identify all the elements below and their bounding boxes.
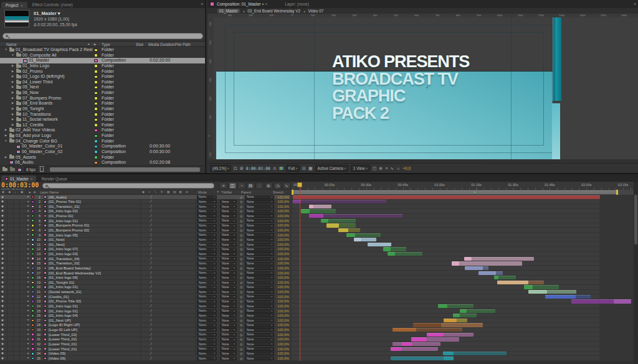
- trkmat-select[interactable]: None▾: [220, 266, 237, 270]
- collapse-switch-icon[interactable]: ◦: [143, 238, 144, 241]
- twirl-icon[interactable]: ▶: [27, 291, 29, 293]
- work-area-end-handle[interactable]: [616, 190, 618, 195]
- frame-blending-icon[interactable]: ▦: [167, 190, 169, 194]
- label-color-swatch[interactable]: [94, 107, 98, 111]
- twirl-icon[interactable]: ▶: [4, 133, 8, 139]
- collapse-switch-icon[interactable]: ◦: [143, 243, 144, 246]
- column-type[interactable]: Type: [102, 42, 110, 47]
- chevron-down-icon[interactable]: ▾: [262, 2, 264, 6]
- layer-duration-bar[interactable]: [438, 304, 447, 308]
- video-eye-icon[interactable]: ◉: [1, 333, 4, 336]
- video-eye-icon[interactable]: ◉: [1, 247, 4, 250]
- video-eye-icon[interactable]: ◉: [1, 285, 4, 288]
- twirl-icon[interactable]: ▶: [27, 233, 29, 236]
- layer-duration-bar[interactable]: [494, 276, 498, 279]
- frame-blending-icon[interactable]: ▤: [247, 182, 255, 189]
- video-eye-icon[interactable]: ◉: [2, 190, 4, 194]
- twirl-icon[interactable]: ▶: [27, 243, 29, 245]
- layer-row[interactable]: ◉▶24[01_Intro logo 01]◦╱Norm.▾None▾◎None…: [0, 304, 290, 309]
- layer-row[interactable]: ◉▶18[01_Intro logo 06]◦╱Norm.▾None▾◎None…: [0, 276, 290, 281]
- parent-pickwhip-icon[interactable]: ◎: [240, 223, 242, 227]
- trkmat-select[interactable]: None▾: [220, 276, 237, 279]
- layer-duration-bar[interactable]: [355, 233, 381, 237]
- quality-switch-icon[interactable]: ╱: [150, 271, 152, 274]
- quality-switch-icon[interactable]: ╱: [150, 266, 152, 269]
- parent-pickwhip-icon[interactable]: ◎: [240, 328, 242, 332]
- video-eye-icon[interactable]: ◉: [1, 347, 4, 350]
- layer-duration-bar[interactable]: [478, 271, 496, 275]
- layer-color-swatch[interactable]: [31, 210, 34, 213]
- layer-color-swatch[interactable]: [31, 324, 34, 327]
- layer-row[interactable]: ◉▶26[01_Intro logo 04]◦╱Norm.▾None▾◎None…: [0, 314, 290, 319]
- collapse-switch-icon[interactable]: ◦: [143, 262, 144, 265]
- collapse-switch-icon[interactable]: ◦: [143, 215, 144, 218]
- horizontal-scrollbar[interactable]: [50, 167, 200, 172]
- trkmat-select[interactable]: None▾: [220, 324, 237, 327]
- mode-select[interactable]: Norm.▾: [197, 233, 217, 237]
- parent-pickwhip-icon[interactable]: ◎: [240, 247, 242, 251]
- current-time-indicator-handle[interactable]: [297, 182, 302, 187]
- twirl-icon[interactable]: ▶: [11, 63, 15, 69]
- twirl-icon[interactable]: ▶: [27, 309, 29, 312]
- twirl-icon[interactable]: ▼: [4, 139, 8, 144]
- trkmat-select[interactable]: None▾: [220, 290, 237, 294]
- trkmat-select[interactable]: None▾: [220, 262, 237, 266]
- twirl-icon[interactable]: ▶: [4, 128, 8, 133]
- mode-select[interactable]: Norm.▾: [197, 205, 217, 208]
- timeline-search-input[interactable]: [42, 183, 214, 189]
- project-item[interactable]: 06_AudioComposition0:02:20:08: [0, 160, 205, 166]
- layer-duration-bar[interactable]: [444, 357, 454, 360]
- layer-duration-bar[interactable]: [416, 328, 462, 332]
- layer-duration-bar[interactable]: [498, 276, 516, 279]
- trkmat-select[interactable]: None▾: [220, 252, 237, 256]
- collapse-switch-icon[interactable]: ◦: [143, 352, 144, 355]
- layer-color-swatch[interactable]: [31, 219, 34, 222]
- project-item[interactable]: 01_MasterComposition0:02:20:00: [0, 58, 205, 63]
- hide-shy-layers-icon[interactable]: ◔: [237, 182, 245, 189]
- project-item[interactable]: ▶12_CreditsFolder: [0, 123, 205, 128]
- sort-arrow-icon[interactable]: ▲: [87, 42, 90, 45]
- trkmat-select[interactable]: None▾: [220, 304, 237, 308]
- layer-duration-bar[interactable]: [571, 299, 614, 303]
- parent-pickwhip-icon[interactable]: ◎: [240, 243, 242, 246]
- collapse-transformations-icon[interactable]: +: [148, 190, 150, 194]
- layer-duration-bar[interactable]: [460, 314, 477, 317]
- mode-select[interactable]: Norm.▾: [197, 210, 217, 213]
- twirl-icon[interactable]: ▶: [27, 205, 29, 207]
- adjustment-layer-icon[interactable]: ◧: [179, 190, 182, 194]
- layer-duration-bar[interactable]: [301, 200, 386, 203]
- fast-preview-icon[interactable]: ⊕: [379, 166, 383, 171]
- layer-duration-bar[interactable]: [452, 261, 459, 265]
- layer-duration-bar[interactable]: [443, 352, 454, 355]
- layer-color-swatch[interactable]: [31, 295, 34, 298]
- twirl-icon[interactable]: ▶: [27, 329, 29, 331]
- layer-row[interactable]: ◉▶21[Social network_01]◦╱Norm.▾None▾◎Non…: [0, 290, 290, 295]
- parent-pickwhip-icon[interactable]: ◎: [240, 304, 242, 308]
- layer-duration-bar[interactable]: [313, 205, 331, 208]
- layer-row[interactable]: ◉▶30[Lower Third_03]◦╱Norm.▾None▾◎None▾1…: [0, 332, 290, 337]
- layer-duration-bar[interactable]: [528, 281, 544, 284]
- layer-row[interactable]: ◉▶16[06_End Board Saturday]◦╱Norm.▾None▾…: [0, 266, 290, 271]
- layer-color-swatch[interactable]: [31, 224, 34, 227]
- layer-duration-bar[interactable]: [497, 281, 528, 284]
- twirl-icon[interactable]: ▶: [11, 106, 15, 112]
- layer-color-swatch[interactable]: [31, 243, 34, 246]
- parent-pickwhip-icon[interactable]: ◎: [240, 337, 242, 341]
- video-eye-icon[interactable]: ◉: [1, 214, 4, 217]
- video-eye-icon[interactable]: ◉: [1, 261, 4, 264]
- layer-duration-bar[interactable]: [444, 333, 474, 337]
- column-stretch[interactable]: Stretch: [273, 190, 283, 194]
- layer-row[interactable]: ◉▶3[01_Transition_01]◦╱Norm.▾None▾◎None▾…: [0, 204, 290, 209]
- layer-duration-bar[interactable]: [368, 243, 391, 246]
- project-item[interactable]: ▶11_Social networkFolder: [0, 117, 205, 123]
- twirl-icon[interactable]: ▶: [4, 155, 8, 161]
- quality-switch-icon[interactable]: ╱: [150, 223, 152, 226]
- twirl-icon[interactable]: ▶: [27, 224, 29, 226]
- parent-pickwhip-icon[interactable]: ◎: [240, 209, 242, 213]
- quality-switch-icon[interactable]: ╱: [150, 200, 152, 203]
- tab-render-queue[interactable]: Render Queue: [36, 175, 72, 182]
- layer-color-swatch[interactable]: [31, 276, 34, 279]
- close-icon[interactable]: ×: [21, 4, 23, 7]
- mode-select[interactable]: Norm.▾: [197, 243, 217, 246]
- layer-duration-bar[interactable]: [447, 304, 474, 308]
